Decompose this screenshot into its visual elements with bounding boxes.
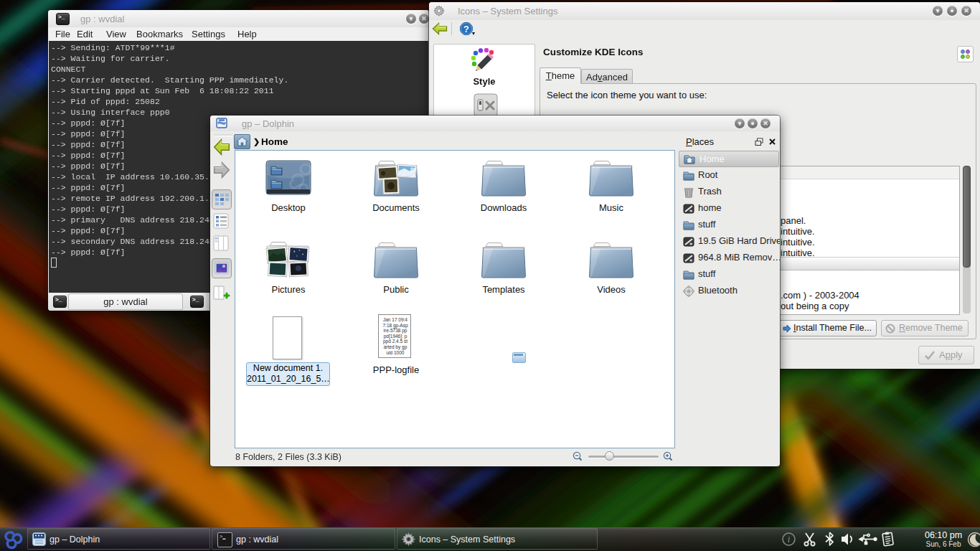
svg-text:?: ? xyxy=(463,24,469,34)
svg-text:08: 08 xyxy=(410,166,416,172)
svg-text:i: i xyxy=(788,534,790,545)
